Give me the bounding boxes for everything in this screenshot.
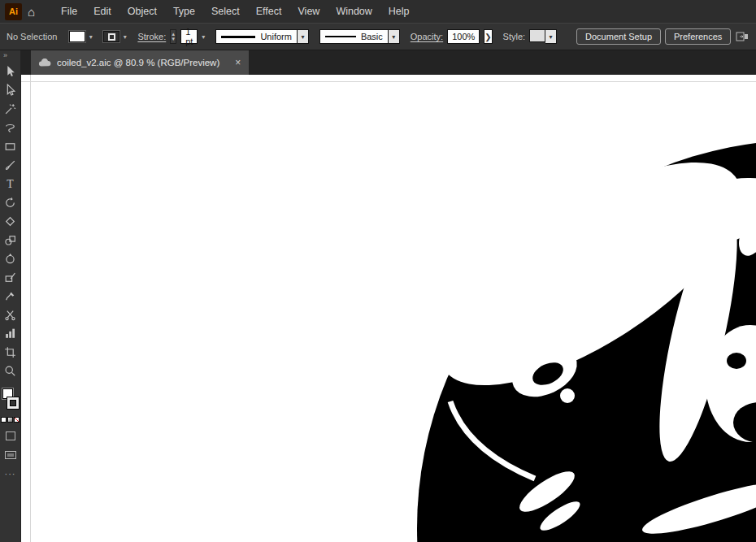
shaper-tool[interactable] [1,268,20,287]
graphic-style-swatch[interactable] [529,29,545,42]
rotate-tool[interactable] [1,193,20,212]
chevron-down-icon[interactable]: ▾ [119,30,130,43]
document-tab-bar: coiled_v2.aic @ 80.9 % (RGB/Preview) × [21,50,756,75]
coiled-animal-logo-artwork[interactable] [21,75,756,542]
style-panel-link[interactable]: Style: [503,32,526,41]
stroke-panel-link[interactable]: Stroke: [137,32,166,41]
shape-builder-tool[interactable] [1,231,20,249]
menu-file[interactable]: File [53,0,85,23]
chevron-down-icon[interactable]: ▾ [545,29,557,44]
edit-toolbar-icon[interactable]: ··· [5,470,16,479]
menu-effect[interactable]: Effect [248,0,290,23]
panel-dock-icon[interactable] [735,30,749,43]
tab-close-icon[interactable]: × [235,57,241,68]
paintbrush-tool[interactable] [1,156,20,175]
basic-brush-preview-icon [325,36,356,37]
fill-swatch[interactable] [69,31,85,42]
magic-wand-tool[interactable] [1,100,20,119]
chevron-down-icon[interactable]: ▾ [388,30,399,43]
zoom-tool[interactable] [1,362,20,380]
graphic-style-dropdown[interactable]: ▾ [529,29,557,44]
gradient-tool[interactable] [1,212,20,231]
rotate-view-tool[interactable] [1,249,20,268]
menu-view[interactable]: View [290,0,328,23]
illustrator-window: { "app": { "logo_text": "Ai", "logo_colo… [0,0,756,542]
color-mode-controls [1,417,20,423]
menu-help[interactable]: Help [380,0,418,23]
selection-tool[interactable] [1,63,20,81]
chevron-down-icon[interactable]: ▾ [202,30,205,43]
uniform-width-preview-icon [221,36,255,38]
color-mode-icon[interactable] [1,417,7,423]
width-profile-dropdown[interactable]: Uniform ▾ [215,29,309,44]
svg-text:T: T [7,178,14,190]
cloud-document-icon [38,59,51,67]
rectangle-tool[interactable] [1,137,20,156]
stroke-swatch[interactable] [103,31,119,42]
menubar: Ai ⌂ File Edit Object Type Select Effect… [0,0,756,23]
opacity-panel-link[interactable]: Opacity: [411,32,443,41]
preferences-button[interactable]: Preferences [665,28,731,45]
direct-selection-tool[interactable] [1,81,20,100]
scissors-tool[interactable] [1,306,20,324]
brush-definition-value: Basic [361,32,388,41]
stroke-ring-icon [108,33,115,41]
document-setup-button[interactable]: Document Setup [576,28,661,45]
draw-mode-icon[interactable] [6,431,15,440]
menu-window[interactable]: Window [328,0,380,23]
menu-edit[interactable]: Edit [85,0,119,23]
chevron-down-icon[interactable]: ▾ [297,30,308,43]
tools-panel: » T [0,50,21,542]
none-mode-icon[interactable] [14,417,20,423]
type-tool[interactable]: T [1,175,20,193]
menu-object[interactable]: Object [119,0,165,23]
column-graph-tool[interactable] [1,324,20,343]
chevron-down-icon[interactable]: ▾ [85,30,96,43]
home-icon[interactable]: ⌂ [28,6,35,18]
brush-definition-dropdown[interactable]: Basic ▾ [319,29,400,44]
menu-type[interactable]: Type [165,0,203,23]
eyedropper-tool[interactable] [1,287,20,306]
illustrator-logo-icon[interactable]: Ai [5,3,22,20]
screen-mode-icon[interactable] [5,451,16,459]
stroke-weight-field[interactable]: 1 pt [180,29,198,44]
artboard-tool[interactable] [1,343,20,362]
stroke-color-control[interactable]: ▾ [103,30,130,43]
document-tab-title: coiled_v2.aic @ 80.9 % (RGB/Preview) [57,58,219,67]
fill-stroke-indicator[interactable] [0,388,21,414]
control-bar: No Selection ▾ ▾ Stroke: ▲ ▼ 1 pt ▾ Unif… [0,23,756,50]
document-canvas[interactable] [21,75,756,542]
opacity-options-button[interactable]: ❯ [484,29,492,44]
menu-select[interactable]: Select [203,0,248,23]
selection-status: No Selection [7,32,57,41]
opacity-field[interactable]: 100% [447,29,480,44]
fill-color-control[interactable]: ▾ [69,30,96,43]
width-profile-value: Uniform [260,32,297,41]
document-tab[interactable]: coiled_v2.aic @ 80.9 % (RGB/Preview) × [31,50,249,75]
gradient-mode-icon[interactable] [7,417,13,423]
stepper-down-icon[interactable]: ▼ [171,37,176,41]
stroke-proxy-swatch[interactable] [7,397,19,409]
toolbar-collapse-icon[interactable]: » [0,50,7,63]
stroke-weight-stepper[interactable]: ▲ ▼ [170,29,176,44]
lasso-tool[interactable] [1,119,20,137]
